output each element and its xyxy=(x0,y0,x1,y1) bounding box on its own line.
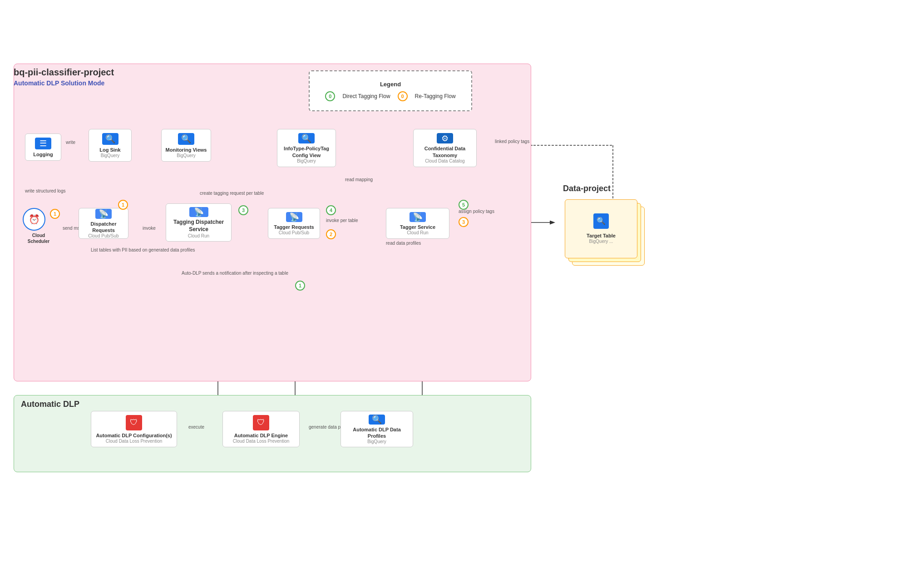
linked-policy-tags-label: linked policy tags xyxy=(495,139,529,144)
legend-box: Legend 0 Direct Tagging Flow 0 Re-Taggin… xyxy=(309,70,472,111)
auto-dlp-title: Automatic DLP xyxy=(21,400,79,409)
monitoring-views-subtitle: BigQuery xyxy=(177,153,196,158)
execute-label: execute xyxy=(188,425,204,430)
tagger-service-icon: 📡 xyxy=(410,212,426,222)
target-table-title: Target Table xyxy=(587,232,616,239)
data-project-cards: 🔍 Target Table BigQuery ... xyxy=(563,198,654,279)
logging-icon: ☰ xyxy=(35,138,51,149)
list-tables-label: List tables with PII based on generated … xyxy=(91,247,195,252)
auto-dlp-config-icon: 🛡 xyxy=(126,415,142,430)
infotype-config-node: 🔍 InfoType-PolicyTag Config View BigQuer… xyxy=(277,129,336,167)
target-table-card: 🔍 Target Table BigQuery ... xyxy=(565,199,637,258)
scheduler-circle: ⏰ xyxy=(23,208,45,231)
step1-green: 1 xyxy=(295,281,305,291)
legend-items: 0 Direct Tagging Flow 0 Re-Tagging Flow xyxy=(325,91,455,101)
auto-dlp-profiles-node: 🔍 Automatic DLP Data Profiles BigQuery xyxy=(340,411,413,447)
auto-dlp-engine-title: Automatic DLP Engine xyxy=(234,432,288,439)
step5-green: 5 xyxy=(459,200,469,210)
step2-yellow: 1 xyxy=(118,200,128,210)
step2-yellow-b: 2 xyxy=(326,229,336,239)
monitoring-icon: 🔍 xyxy=(178,133,194,145)
logging-node: ☰ Logging xyxy=(25,133,61,161)
tagger-service-node: 📡 Tagger Service Cloud Run xyxy=(386,208,449,239)
dispatcher-requests-node: 📡 Dispatcher Requests Cloud Pub/Sub xyxy=(79,208,128,239)
tagging-dispatcher-icon: 📡 xyxy=(189,207,208,217)
log-sink-subtitle: BigQuery xyxy=(101,153,120,158)
step4-green: 4 xyxy=(326,205,336,215)
confidential-taxonomy-node: ⚙ Confidential Data Taxonomy Cloud Data … xyxy=(413,129,477,167)
infotype-subtitle: BigQuery xyxy=(297,158,316,164)
tagging-dispatcher-node: 📡 Tagging Dispatcher Service Cloud Run xyxy=(166,203,232,242)
dispatcher-req-icon: 📡 xyxy=(95,209,112,219)
auto-dlp-config-title: Automatic DLP Configuration(s) xyxy=(96,432,172,439)
auto-dlp-engine-icon: 🛡 xyxy=(253,415,269,430)
write-label: write xyxy=(66,140,75,145)
auto-dlp-profiles-title: Automatic DLP Data Profiles xyxy=(344,426,410,440)
tagger-requests-node: 📡 Tagger Requests Cloud Pub/Sub xyxy=(268,208,320,239)
write-structured-logs-label: write structured logs xyxy=(25,188,65,193)
assign-policy-tags-label: assign policy tags xyxy=(459,209,494,214)
infotype-icon: 🔍 xyxy=(298,133,315,143)
tagger-requests-icon: 📡 xyxy=(286,212,302,222)
invoke-per-table-label: invoke per table xyxy=(326,218,358,223)
infotype-title: InfoType-PolicyTag Config View xyxy=(280,145,333,158)
taxonomy-title: Confidential Data Taxonomy xyxy=(416,145,474,158)
auto-dlp-notification-label: Auto-DLP sends a notification after insp… xyxy=(182,271,288,276)
logging-title: Logging xyxy=(33,151,53,158)
diagram-wrapper: bq-pii-classifier-project Automatic DLP … xyxy=(0,0,908,588)
data-project-label: Data-project xyxy=(563,184,611,193)
dispatcher-requests-title: Dispatcher Requests xyxy=(82,221,125,234)
auto-dlp-profiles-icon: 🔍 xyxy=(369,415,385,425)
auto-dlp-engine-node: 🛡 Automatic DLP Engine Cloud Data Loss P… xyxy=(222,411,300,447)
tagger-service-title: Tagger Service xyxy=(400,224,435,230)
dispatcher-requests-subtitle: Cloud Pub/Sub xyxy=(88,233,118,239)
taxonomy-icon: ⚙ xyxy=(437,133,453,143)
tagger-requests-title: Tagger Requests xyxy=(274,224,314,230)
legend-title: Legend xyxy=(380,81,401,88)
scheduler-title: Cloud Scheduler xyxy=(23,232,54,244)
legend-retag-label: Re-Tagging Flow xyxy=(415,93,456,99)
auto-dlp-profiles-subtitle: BigQuery xyxy=(367,439,386,445)
auto-dlp-config-node: 🛡 Automatic DLP Configuration(s) Cloud D… xyxy=(91,411,177,447)
taxonomy-subtitle: Cloud Data Catalog xyxy=(425,158,464,164)
log-sink-node: 🔍 Log Sink BigQuery xyxy=(89,129,132,162)
tagging-dispatcher-subtitle: Cloud Run xyxy=(188,233,209,239)
auto-dlp-engine-subtitle: Cloud Data Loss Prevention xyxy=(233,439,290,444)
target-table-icon: 🔍 xyxy=(593,213,609,229)
tagger-service-subtitle: Cloud Run xyxy=(407,230,428,236)
create-tagging-request-label: create tagging request per table xyxy=(200,191,264,196)
bq-project-title: bq-pii-classifier-project xyxy=(14,67,114,78)
legend-direct-label: Direct Tagging Flow xyxy=(342,93,390,99)
invoke-label: invoke xyxy=(143,226,156,231)
step3-yellow: 3 xyxy=(459,217,469,227)
read-data-profiles-label: read data profiles xyxy=(386,241,421,246)
monitoring-views-title: Monitoring Views xyxy=(166,147,207,153)
auto-dlp-mode-label: Automatic DLP Solution Mode xyxy=(14,79,104,87)
log-sink-title: Log Sink xyxy=(99,147,120,153)
target-table-subtitle: BigQuery ... xyxy=(589,239,613,244)
tagging-dispatcher-title: Tagging Dispatcher Service xyxy=(169,219,228,233)
legend-retag-circle: 0 xyxy=(398,91,408,101)
monitoring-views-node: 🔍 Monitoring Views BigQuery xyxy=(161,129,211,162)
auto-dlp-config-subtitle: Cloud Data Loss Prevention xyxy=(106,439,163,444)
tagger-requests-subtitle: Cloud Pub/Sub xyxy=(279,230,309,236)
step3-green: 3 xyxy=(238,205,248,215)
read-mapping-label: read mapping xyxy=(345,177,373,182)
step1-yellow: 1 xyxy=(50,209,60,219)
log-sink-icon: 🔍 xyxy=(102,133,118,145)
legend-direct-circle: 0 xyxy=(325,91,335,101)
